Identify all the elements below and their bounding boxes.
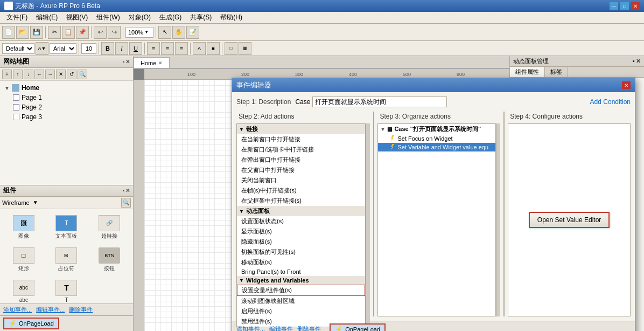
action-open-frame[interactable]: 在帧(s)中打开链接(s)	[237, 185, 365, 196]
action-bring-front[interactable]: Bring Panel(s) to Front	[237, 267, 365, 276]
dialog-delete-event[interactable]: 删除事件	[297, 325, 321, 331]
action-label: 在帧(s)中打开链接(s)	[241, 187, 297, 195]
layout-btn[interactable]: ▦	[239, 42, 251, 55]
dialog-close-button[interactable]: ✕	[622, 81, 631, 89]
action-scroll-map[interactable]: 滚动到图像映射区域	[237, 296, 365, 306]
maximize-button[interactable]: □	[620, 2, 629, 10]
action-move-panel[interactable]: 移动面板(s)	[237, 257, 365, 267]
font-size-input[interactable]	[81, 43, 96, 54]
section-widgets-label: Widgets and Variables	[246, 277, 309, 284]
step1-label: Step 1: Description	[236, 98, 291, 106]
border-btn[interactable]: □	[225, 42, 237, 55]
menu-edit[interactable]: 编辑(E)	[32, 12, 62, 23]
save-button[interactable]: 💾	[30, 26, 43, 39]
minimize-button[interactable]: ─	[610, 2, 618, 10]
step2-scrollbar[interactable]	[366, 123, 370, 327]
action-enable-widget[interactable]: 启用组件(s)	[237, 306, 365, 316]
hand-tool[interactable]: ✋	[172, 26, 185, 39]
action-set-panel-state[interactable]: 设置面板状态(s)	[237, 216, 365, 226]
bold-button[interactable]: B	[101, 42, 114, 55]
step2-header: Step 2: Add actions	[236, 112, 370, 121]
action-label: 设置变量/组件值(s)	[242, 286, 292, 294]
action-open-current[interactable]: 在当前窗口中打开链接	[237, 134, 365, 144]
redo-button[interactable]: ↪	[108, 26, 121, 39]
onpageload-event-label: OnPageLoad	[345, 326, 380, 332]
dialog-edit-event[interactable]: 编辑事件	[269, 325, 293, 331]
action-open-parent[interactable]: 在父窗口中打开链接	[237, 165, 365, 175]
open-editor-button[interactable]: Open Set Value Editor	[529, 212, 610, 228]
col-sep-2	[503, 112, 505, 316]
action-label: 启用组件(s)	[241, 307, 272, 315]
dialog-add-event[interactable]: 添加事件...	[236, 325, 265, 331]
color-fill[interactable]: ■	[207, 42, 220, 55]
font-name-select[interactable]: Arial	[50, 43, 76, 54]
color-btn[interactable]: A	[193, 42, 206, 55]
undo-button[interactable]: ↩	[94, 26, 107, 39]
section-dynamic[interactable]: ▼ 动态面板	[237, 206, 365, 216]
section-dynamic-label: 动态面板	[246, 207, 270, 215]
step3-scrollbar[interactable]	[496, 123, 500, 316]
action-label: 设置面板状态(s)	[241, 217, 284, 225]
open-button[interactable]: 📂	[16, 26, 29, 39]
action-show-panel[interactable]: 显示面板(s)	[237, 226, 365, 237]
section-links[interactable]: ▼ 链接	[237, 124, 365, 134]
dialog-overlay: 事件编辑器 ✕ Step 1: Description Case Add Con…	[0, 56, 644, 331]
cut-button[interactable]: ✂	[48, 26, 61, 39]
action-open-new[interactable]: 在新窗口/选项卡中打开链接	[237, 144, 365, 155]
org-action-setfocus[interactable]: Set Focus on Widget	[378, 134, 495, 143]
align-center[interactable]: ≡	[161, 42, 174, 55]
dynamic-expand-icon: ▼	[239, 209, 244, 214]
action-close[interactable]: 关闭当前窗口	[237, 175, 365, 185]
toolbar-format: Default Arial A▼ Arial B I U ≡ ≡ ≡ A ■ □…	[0, 41, 644, 56]
dialog-body: Step 1: Description Case Add Condition S…	[232, 92, 635, 321]
font-family-select[interactable]: Default Arial	[2, 43, 34, 54]
step4-body-wrap: Open Set Value Editor	[508, 123, 631, 316]
sep2	[91, 26, 92, 38]
action-label: Bring Panel(s) to Front	[241, 268, 301, 275]
close-button[interactable]: ✕	[631, 2, 640, 10]
action-toggle-visibility[interactable]: 切换面板的可见性(s)	[237, 247, 365, 257]
menu-file[interactable]: 文件(F)	[2, 12, 32, 23]
note-tool[interactable]: 📝	[186, 26, 199, 39]
app-icon	[4, 2, 13, 10]
action-open-parent-frame[interactable]: 在父框架中打开链接(s)	[237, 196, 365, 206]
onpageload-event-badge[interactable]: ⚡ OnPageLoad	[330, 323, 386, 332]
action-label: 在父窗口中打开链接	[241, 166, 295, 174]
paste-button[interactable]: 📌	[76, 26, 89, 39]
action-set-variable[interactable]: 设置变量/组件值(s)	[237, 285, 365, 296]
sep3	[123, 26, 123, 38]
italic-button[interactable]: I	[115, 42, 128, 55]
title-bar: 无标题 - Axure RP Pro 6 Beta ─ □ ✕	[0, 0, 644, 12]
action-label: 移动面板(s)	[241, 258, 272, 266]
menu-component[interactable]: 组件(W)	[92, 12, 124, 23]
menu-help[interactable]: 帮助(H)	[216, 12, 247, 23]
col-sep-1	[373, 112, 374, 316]
action-hide-panel[interactable]: 隐藏面板(s)	[237, 237, 365, 247]
org-action-label: Set Variable and Widget value equ	[397, 144, 488, 150]
menu-view[interactable]: 视图(V)	[62, 12, 92, 23]
menu-generate[interactable]: 生成(G)	[155, 12, 186, 23]
step2-action-list[interactable]: ▼ 链接 在当前窗口中打开链接 在新窗口/选项卡中打开链接	[236, 123, 366, 327]
format-btn-1[interactable]: A▼	[36, 42, 48, 55]
onpageload-event-lightning: ⚡	[335, 326, 343, 332]
add-condition-link[interactable]: Add Condition	[590, 98, 631, 106]
section-links-label: 链接	[246, 125, 258, 133]
window-title: 无标题 - Axure RP Pro 6 Beta	[15, 2, 100, 11]
cursor-tool[interactable]: ↖	[158, 26, 171, 39]
zoom-input[interactable]: 100% ▼	[125, 27, 153, 38]
event-editor-dialog: 事件编辑器 ✕ Step 1: Description Case Add Con…	[232, 78, 635, 331]
step1-case-input[interactable]	[312, 96, 447, 107]
copy-button[interactable]: 📋	[62, 26, 75, 39]
dialog-title-bar: 事件编辑器 ✕	[232, 78, 635, 92]
align-left[interactable]: ≡	[147, 42, 160, 55]
underline-button[interactable]: U	[129, 42, 142, 55]
action-open-popup[interactable]: 在弹出窗口中打开链接	[237, 155, 365, 165]
step3-organize-list[interactable]: ▼ ▦ Case "打开页面就显示系统时间" Set Focus on Widg…	[377, 123, 496, 316]
align-right[interactable]: ≡	[175, 42, 188, 55]
section-widgets[interactable]: ▼ Widgets and Variables	[237, 276, 365, 285]
new-button[interactable]: 📄	[2, 26, 15, 39]
menu-object[interactable]: 对象(O)	[124, 12, 155, 23]
menu-share[interactable]: 共享(S)	[186, 12, 216, 23]
org-action-setvariable[interactable]: Set Variable and Widget value equ	[378, 143, 495, 151]
menu-bar: 文件(F) 编辑(E) 视图(V) 组件(W) 对象(O) 生成(G) 共享(S…	[0, 12, 644, 24]
